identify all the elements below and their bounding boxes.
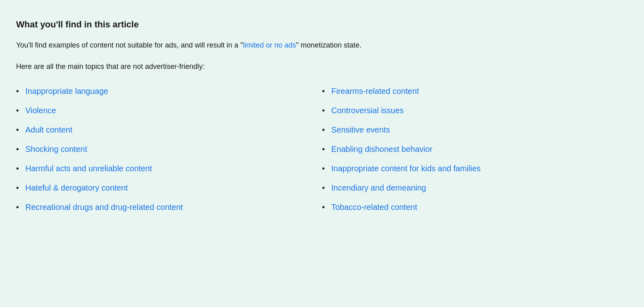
- topic-link[interactable]: Sensitive events: [331, 124, 390, 135]
- topic-link[interactable]: Tobacco-related content: [331, 201, 417, 213]
- intro-text-after-link: " monetization state.: [296, 41, 361, 49]
- list-item: Tobacco-related content: [322, 201, 628, 213]
- topic-link[interactable]: Recreational drugs and drug-related cont…: [25, 201, 183, 213]
- topic-link[interactable]: Adult content: [25, 124, 72, 135]
- list-item: Shocking content: [16, 143, 322, 155]
- topic-link[interactable]: Violence: [25, 105, 56, 116]
- topic-link[interactable]: Firearms-related content: [331, 85, 419, 97]
- topics-intro-text: Here are all the main topics that are no…: [16, 61, 628, 73]
- list-item: Inappropriate content for kids and famil…: [322, 163, 628, 174]
- article-title: What you'll find in this article: [16, 19, 628, 30]
- intro-paragraph: You'll find examples of content not suit…: [16, 39, 628, 51]
- topic-link[interactable]: Controversial issues: [331, 105, 404, 116]
- limited-or-no-ads-link[interactable]: limited or no ads: [243, 41, 296, 49]
- list-item: Violence: [16, 105, 322, 116]
- list-item: Inappropriate language: [16, 85, 322, 97]
- list-item: Adult content: [16, 124, 322, 135]
- list-item: Sensitive events: [322, 124, 628, 135]
- topic-link[interactable]: Incendiary and demeaning: [331, 182, 426, 193]
- topic-link[interactable]: Enabling dishonest behavior: [331, 143, 432, 155]
- list-item: Harmful acts and unreliable content: [16, 163, 322, 174]
- topic-link[interactable]: Hateful & derogatory content: [25, 182, 128, 193]
- topics-container: Inappropriate languageViolenceAdult cont…: [16, 85, 628, 221]
- intro-text-before-link: You'll find examples of content not suit…: [16, 41, 243, 49]
- topic-link[interactable]: Inappropriate content for kids and famil…: [331, 163, 481, 174]
- list-item: Recreational drugs and drug-related cont…: [16, 201, 322, 213]
- topic-link[interactable]: Inappropriate language: [25, 85, 108, 97]
- list-item: Controversial issues: [322, 105, 628, 116]
- list-item: Incendiary and demeaning: [322, 182, 628, 193]
- topics-left-column: Inappropriate languageViolenceAdult cont…: [16, 85, 322, 221]
- list-item: Hateful & derogatory content: [16, 182, 322, 193]
- list-item: Enabling dishonest behavior: [322, 143, 628, 155]
- topics-right-column: Firearms-related contentControversial is…: [322, 85, 628, 221]
- topic-link[interactable]: Harmful acts and unreliable content: [25, 163, 152, 174]
- list-item: Firearms-related content: [322, 85, 628, 97]
- topic-link[interactable]: Shocking content: [25, 143, 87, 155]
